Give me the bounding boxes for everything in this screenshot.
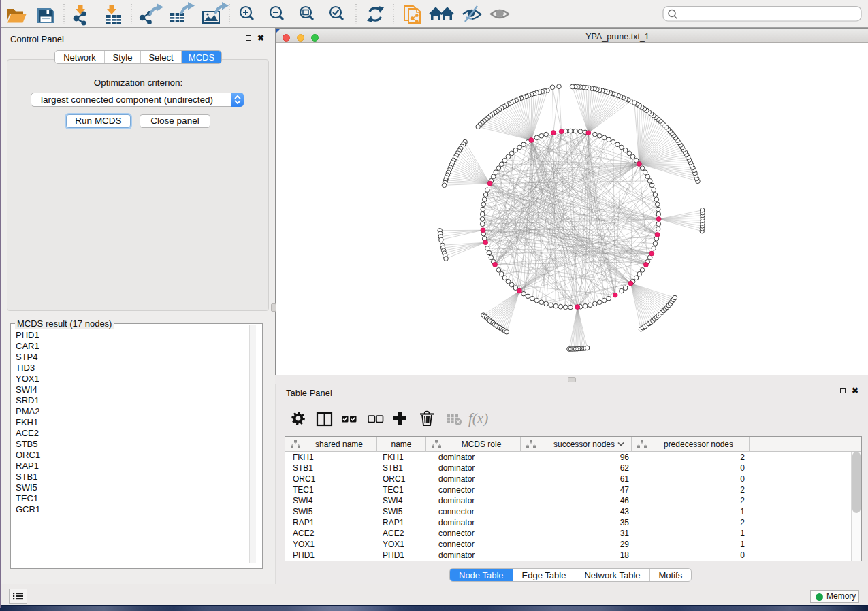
- svg-text:f(x): f(x): [468, 410, 488, 427]
